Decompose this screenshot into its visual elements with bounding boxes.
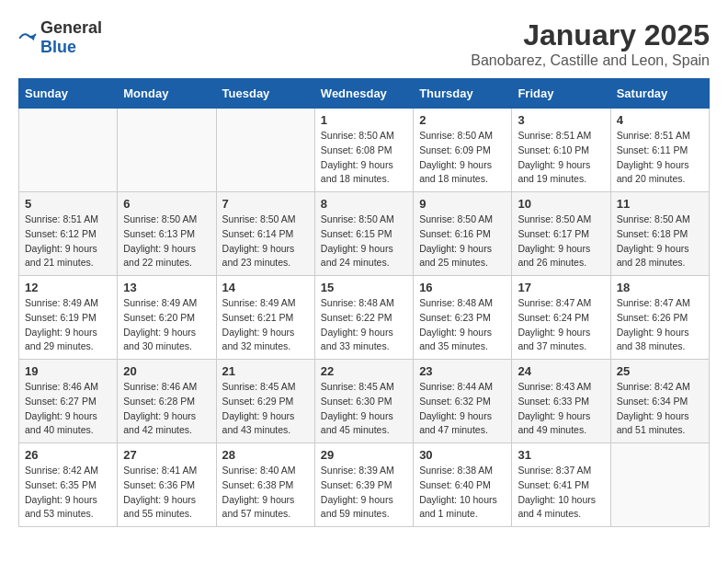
day-info: Sunrise: 8:50 AM Sunset: 6:18 PM Dayligh… bbox=[617, 213, 703, 270]
title-section: January 2025 Banobarez, Castille and Leo… bbox=[471, 18, 710, 69]
day-number: 21 bbox=[222, 364, 309, 378]
day-number: 11 bbox=[617, 197, 703, 211]
day-info: Sunrise: 8:47 AM Sunset: 6:24 PM Dayligh… bbox=[518, 296, 604, 354]
calendar-cell: 11 Sunrise: 8:50 AM Sunset: 6:18 PM Dayl… bbox=[610, 192, 709, 276]
day-number: 12 bbox=[25, 281, 111, 294]
sunset-text: Sunset: 6:14 PM bbox=[222, 228, 294, 239]
day-info: Sunrise: 8:50 AM Sunset: 6:14 PM Dayligh… bbox=[222, 213, 309, 270]
daylight-text: Daylight: 9 hours and 21 minutes. bbox=[25, 243, 97, 269]
daylight-text: Daylight: 9 hours and 40 minutes. bbox=[25, 410, 97, 436]
day-number: 17 bbox=[518, 281, 604, 294]
day-number: 4 bbox=[617, 113, 703, 127]
daylight-text: Daylight: 9 hours and 47 minutes. bbox=[419, 410, 492, 436]
calendar-cell: 17 Sunrise: 8:47 AM Sunset: 6:24 PM Dayl… bbox=[512, 276, 610, 360]
sunset-text: Sunset: 6:11 PM bbox=[617, 144, 688, 155]
header: General Blue January 2025 Banobarez, Cas… bbox=[18, 18, 710, 69]
day-number: 6 bbox=[123, 197, 210, 211]
weekday-header: Saturday bbox=[610, 79, 709, 109]
sunset-text: Sunset: 6:30 PM bbox=[321, 396, 392, 407]
day-info: Sunrise: 8:48 AM Sunset: 6:22 PM Dayligh… bbox=[321, 296, 407, 354]
day-info: Sunrise: 8:49 AM Sunset: 6:19 PM Dayligh… bbox=[25, 296, 111, 354]
calendar-title: January 2025 bbox=[471, 18, 710, 52]
day-info: Sunrise: 8:40 AM Sunset: 6:38 PM Dayligh… bbox=[222, 464, 309, 522]
calendar-week-row: 1 Sunrise: 8:50 AM Sunset: 6:08 PM Dayli… bbox=[19, 109, 710, 192]
logo-icon bbox=[18, 29, 37, 47]
sunset-text: Sunset: 6:41 PM bbox=[518, 479, 589, 490]
sunrise-text: Sunrise: 8:49 AM bbox=[123, 297, 197, 308]
day-number: 31 bbox=[518, 448, 604, 462]
sunrise-text: Sunrise: 8:45 AM bbox=[222, 381, 296, 392]
daylight-text: Daylight: 9 hours and 38 minutes. bbox=[617, 327, 689, 352]
calendar-week-row: 5 Sunrise: 8:51 AM Sunset: 6:12 PM Dayli… bbox=[19, 192, 710, 276]
day-number: 29 bbox=[321, 448, 407, 462]
sunset-text: Sunset: 6:34 PM bbox=[617, 396, 688, 407]
daylight-text: Daylight: 9 hours and 43 minutes. bbox=[222, 410, 295, 436]
weekday-header: Tuesday bbox=[216, 79, 314, 109]
sunrise-text: Sunrise: 8:38 AM bbox=[419, 465, 493, 476]
calendar-cell: 22 Sunrise: 8:45 AM Sunset: 6:30 PM Dayl… bbox=[314, 360, 413, 443]
day-number: 23 bbox=[419, 364, 506, 378]
weekday-header: Thursday bbox=[414, 79, 512, 109]
calendar-cell: 2 Sunrise: 8:50 AM Sunset: 6:09 PM Dayli… bbox=[414, 109, 512, 192]
logo-text-blue: Blue bbox=[40, 38, 76, 56]
daylight-text: Daylight: 9 hours and 51 minutes. bbox=[617, 410, 689, 436]
daylight-text: Daylight: 9 hours and 29 minutes. bbox=[25, 327, 97, 352]
calendar-cell: 28 Sunrise: 8:40 AM Sunset: 6:38 PM Dayl… bbox=[216, 443, 314, 527]
sunset-text: Sunset: 6:16 PM bbox=[419, 228, 491, 239]
sunset-text: Sunset: 6:12 PM bbox=[25, 228, 97, 239]
sunrise-text: Sunrise: 8:47 AM bbox=[617, 297, 690, 308]
sunrise-text: Sunrise: 8:41 AM bbox=[123, 465, 197, 476]
day-number: 24 bbox=[518, 364, 604, 378]
day-info: Sunrise: 8:51 AM Sunset: 6:10 PM Dayligh… bbox=[518, 129, 604, 187]
sunset-text: Sunset: 6:24 PM bbox=[518, 312, 589, 323]
calendar-cell: 8 Sunrise: 8:50 AM Sunset: 6:15 PM Dayli… bbox=[314, 192, 413, 276]
sunset-text: Sunset: 6:09 PM bbox=[419, 144, 491, 155]
weekday-header: Wednesday bbox=[314, 79, 413, 109]
sunrise-text: Sunrise: 8:50 AM bbox=[321, 130, 394, 141]
sunrise-text: Sunrise: 8:48 AM bbox=[419, 297, 493, 308]
sunrise-text: Sunrise: 8:39 AM bbox=[321, 465, 394, 476]
calendar-cell: 14 Sunrise: 8:49 AM Sunset: 6:21 PM Dayl… bbox=[216, 276, 314, 360]
calendar-cell bbox=[216, 109, 314, 192]
day-info: Sunrise: 8:38 AM Sunset: 6:40 PM Dayligh… bbox=[419, 464, 506, 522]
calendar-cell: 6 Sunrise: 8:50 AM Sunset: 6:13 PM Dayli… bbox=[118, 192, 216, 276]
sunrise-text: Sunrise: 8:51 AM bbox=[518, 130, 591, 141]
daylight-text: Daylight: 9 hours and 22 minutes. bbox=[123, 243, 196, 269]
sunset-text: Sunset: 6:23 PM bbox=[419, 312, 491, 323]
sunrise-text: Sunrise: 8:49 AM bbox=[25, 297, 98, 308]
sunset-text: Sunset: 6:38 PM bbox=[222, 479, 294, 490]
calendar-week-row: 12 Sunrise: 8:49 AM Sunset: 6:19 PM Dayl… bbox=[19, 276, 710, 360]
daylight-text: Daylight: 9 hours and 59 minutes. bbox=[321, 494, 393, 520]
weekday-header: Friday bbox=[512, 79, 610, 109]
day-number: 2 bbox=[419, 113, 506, 127]
logo-wordmark: General Blue bbox=[40, 18, 102, 57]
sunrise-text: Sunrise: 8:50 AM bbox=[617, 213, 690, 224]
calendar-cell: 30 Sunrise: 8:38 AM Sunset: 6:40 PM Dayl… bbox=[414, 443, 512, 527]
calendar-cell: 16 Sunrise: 8:48 AM Sunset: 6:23 PM Dayl… bbox=[414, 276, 512, 360]
calendar-cell: 23 Sunrise: 8:44 AM Sunset: 6:32 PM Dayl… bbox=[414, 360, 512, 443]
daylight-text: Daylight: 9 hours and 23 minutes. bbox=[222, 243, 295, 269]
day-number: 15 bbox=[321, 281, 407, 294]
sunrise-text: Sunrise: 8:50 AM bbox=[419, 130, 493, 141]
weekday-header: Sunday bbox=[19, 79, 118, 109]
day-info: Sunrise: 8:44 AM Sunset: 6:32 PM Dayligh… bbox=[419, 380, 506, 438]
calendar-cell: 12 Sunrise: 8:49 AM Sunset: 6:19 PM Dayl… bbox=[19, 276, 118, 360]
sunset-text: Sunset: 6:40 PM bbox=[419, 479, 491, 490]
calendar-subtitle: Banobarez, Castille and Leon, Spain bbox=[471, 52, 710, 69]
sunrise-text: Sunrise: 8:50 AM bbox=[123, 213, 197, 224]
calendar-cell: 31 Sunrise: 8:37 AM Sunset: 6:41 PM Dayl… bbox=[512, 443, 610, 527]
day-info: Sunrise: 8:50 AM Sunset: 6:17 PM Dayligh… bbox=[518, 213, 604, 270]
daylight-text: Daylight: 9 hours and 55 minutes. bbox=[123, 494, 196, 520]
daylight-text: Daylight: 9 hours and 32 minutes. bbox=[222, 327, 295, 352]
weekday-header: Monday bbox=[118, 79, 216, 109]
day-info: Sunrise: 8:45 AM Sunset: 6:29 PM Dayligh… bbox=[222, 380, 309, 438]
calendar-cell: 27 Sunrise: 8:41 AM Sunset: 6:36 PM Dayl… bbox=[118, 443, 216, 527]
day-number: 22 bbox=[321, 364, 407, 378]
day-info: Sunrise: 8:46 AM Sunset: 6:27 PM Dayligh… bbox=[25, 380, 111, 438]
sunrise-text: Sunrise: 8:49 AM bbox=[222, 297, 296, 308]
sunrise-text: Sunrise: 8:48 AM bbox=[321, 297, 394, 308]
calendar-cell: 29 Sunrise: 8:39 AM Sunset: 6:39 PM Dayl… bbox=[314, 443, 413, 527]
logo: General Blue bbox=[18, 18, 102, 57]
daylight-text: Daylight: 9 hours and 30 minutes. bbox=[123, 327, 196, 352]
day-number: 19 bbox=[25, 364, 111, 378]
